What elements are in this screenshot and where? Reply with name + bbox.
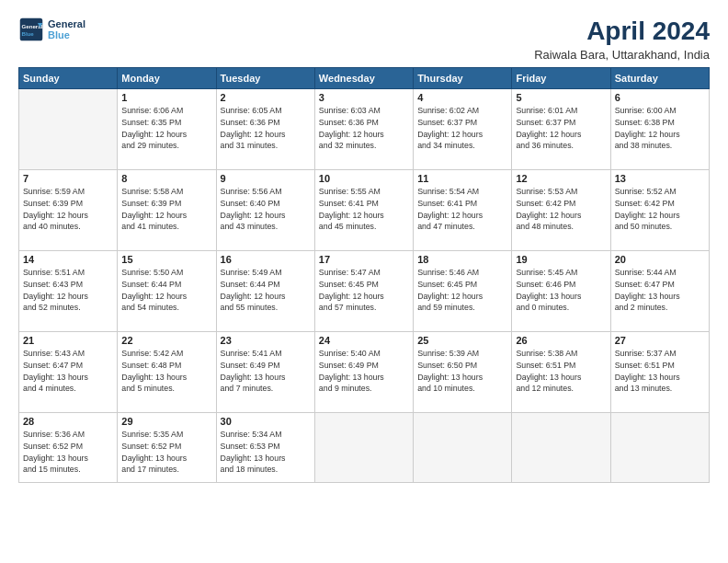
calendar-cell: 3Sunrise: 6:03 AM Sunset: 6:36 PM Daylig…: [314, 89, 413, 170]
day-number: 19: [516, 254, 606, 265]
week-row: 21Sunrise: 5:43 AM Sunset: 6:47 PM Dayli…: [19, 332, 710, 413]
calendar-cell: 23Sunrise: 5:41 AM Sunset: 6:49 PM Dayli…: [216, 332, 314, 413]
day-info: Sunrise: 5:34 AM Sunset: 6:53 PM Dayligh…: [221, 429, 311, 476]
day-number: 10: [319, 173, 409, 184]
day-number: 8: [121, 173, 211, 184]
calendar-cell: 16Sunrise: 5:49 AM Sunset: 6:44 PM Dayli…: [216, 251, 314, 332]
header: General Blue General Blue April 2024 Rai…: [18, 17, 710, 62]
day-info: Sunrise: 5:42 AM Sunset: 6:48 PM Dayligh…: [121, 348, 211, 395]
day-info: Sunrise: 5:36 AM Sunset: 6:52 PM Dayligh…: [23, 429, 113, 476]
day-number: 26: [516, 335, 606, 346]
calendar-cell: 10Sunrise: 5:55 AM Sunset: 6:41 PM Dayli…: [314, 170, 413, 251]
weekday-header: Saturday: [610, 68, 709, 89]
calendar-cell: 1Sunrise: 6:06 AM Sunset: 6:35 PM Daylig…: [118, 89, 216, 170]
calendar-cell: 29Sunrise: 5:35 AM Sunset: 6:52 PM Dayli…: [118, 413, 216, 483]
calendar-cell: [414, 413, 512, 483]
calendar-cell: 13Sunrise: 5:52 AM Sunset: 6:42 PM Dayli…: [610, 170, 709, 251]
weekday-header: Thursday: [414, 68, 512, 89]
day-info: Sunrise: 5:49 AM Sunset: 6:44 PM Dayligh…: [221, 267, 311, 314]
day-info: Sunrise: 5:35 AM Sunset: 6:52 PM Dayligh…: [121, 429, 211, 476]
weekday-header: Friday: [512, 68, 610, 89]
day-info: Sunrise: 5:50 AM Sunset: 6:44 PM Dayligh…: [121, 267, 211, 314]
svg-text:Blue: Blue: [22, 30, 35, 37]
day-info: Sunrise: 5:58 AM Sunset: 6:39 PM Dayligh…: [121, 186, 211, 233]
day-number: 13: [615, 173, 705, 184]
calendar: SundayMondayTuesdayWednesdayThursdayFrid…: [18, 67, 710, 483]
logo: General Blue General Blue: [18, 17, 85, 42]
calendar-cell: 11Sunrise: 5:54 AM Sunset: 6:41 PM Dayli…: [414, 170, 512, 251]
day-info: Sunrise: 5:44 AM Sunset: 6:47 PM Dayligh…: [615, 267, 705, 314]
day-info: Sunrise: 5:52 AM Sunset: 6:42 PM Dayligh…: [615, 186, 705, 233]
day-info: Sunrise: 6:03 AM Sunset: 6:36 PM Dayligh…: [319, 105, 409, 152]
calendar-cell: 28Sunrise: 5:36 AM Sunset: 6:52 PM Dayli…: [19, 413, 118, 483]
day-info: Sunrise: 5:47 AM Sunset: 6:45 PM Dayligh…: [319, 267, 409, 314]
day-number: 11: [417, 173, 507, 184]
day-number: 12: [516, 173, 606, 184]
day-number: 25: [417, 335, 507, 346]
calendar-cell: 6Sunrise: 6:00 AM Sunset: 6:38 PM Daylig…: [610, 89, 709, 170]
week-row: 14Sunrise: 5:51 AM Sunset: 6:43 PM Dayli…: [19, 251, 710, 332]
day-info: Sunrise: 5:38 AM Sunset: 6:51 PM Dayligh…: [516, 348, 606, 395]
page: General Blue General Blue April 2024 Rai…: [0, 0, 728, 563]
day-number: 21: [23, 335, 113, 346]
weekday-header: Monday: [118, 68, 216, 89]
calendar-cell: 2Sunrise: 6:05 AM Sunset: 6:36 PM Daylig…: [216, 89, 314, 170]
title-block: April 2024 Raiwala Bara, Uttarakhand, In…: [534, 17, 710, 62]
day-number: 9: [221, 173, 311, 184]
week-row: 1Sunrise: 6:06 AM Sunset: 6:35 PM Daylig…: [19, 89, 710, 170]
day-number: 18: [417, 254, 507, 265]
calendar-cell: 27Sunrise: 5:37 AM Sunset: 6:51 PM Dayli…: [610, 332, 709, 413]
day-number: 23: [221, 335, 311, 346]
day-info: Sunrise: 5:45 AM Sunset: 6:46 PM Dayligh…: [516, 267, 606, 314]
calendar-cell: [512, 413, 610, 483]
calendar-cell: [19, 89, 118, 170]
day-number: 29: [121, 416, 211, 427]
day-info: Sunrise: 6:01 AM Sunset: 6:37 PM Dayligh…: [516, 105, 606, 152]
day-info: Sunrise: 5:56 AM Sunset: 6:40 PM Dayligh…: [221, 186, 311, 233]
day-number: 24: [319, 335, 409, 346]
day-info: Sunrise: 5:43 AM Sunset: 6:47 PM Dayligh…: [23, 348, 113, 395]
calendar-cell: 18Sunrise: 5:46 AM Sunset: 6:45 PM Dayli…: [414, 251, 512, 332]
logo-text: General Blue: [48, 18, 85, 40]
calendar-cell: 19Sunrise: 5:45 AM Sunset: 6:46 PM Dayli…: [512, 251, 610, 332]
calendar-cell: 12Sunrise: 5:53 AM Sunset: 6:42 PM Dayli…: [512, 170, 610, 251]
calendar-cell: [610, 413, 709, 483]
day-info: Sunrise: 5:40 AM Sunset: 6:49 PM Dayligh…: [319, 348, 409, 395]
weekday-header: Sunday: [19, 68, 118, 89]
day-info: Sunrise: 5:53 AM Sunset: 6:42 PM Dayligh…: [516, 186, 606, 233]
day-number: 17: [319, 254, 409, 265]
day-info: Sunrise: 6:05 AM Sunset: 6:36 PM Dayligh…: [221, 105, 311, 152]
day-number: 30: [221, 416, 311, 427]
calendar-cell: 9Sunrise: 5:56 AM Sunset: 6:40 PM Daylig…: [216, 170, 314, 251]
day-number: 3: [319, 92, 409, 103]
day-number: 14: [23, 254, 113, 265]
calendar-cell: 22Sunrise: 5:42 AM Sunset: 6:48 PM Dayli…: [118, 332, 216, 413]
day-number: 7: [23, 173, 113, 184]
calendar-cell: 26Sunrise: 5:38 AM Sunset: 6:51 PM Dayli…: [512, 332, 610, 413]
weekday-header: Wednesday: [314, 68, 413, 89]
week-row: 7Sunrise: 5:59 AM Sunset: 6:39 PM Daylig…: [19, 170, 710, 251]
day-info: Sunrise: 5:39 AM Sunset: 6:50 PM Dayligh…: [417, 348, 507, 395]
day-info: Sunrise: 5:55 AM Sunset: 6:41 PM Dayligh…: [319, 186, 409, 233]
calendar-cell: 20Sunrise: 5:44 AM Sunset: 6:47 PM Dayli…: [610, 251, 709, 332]
location: Raiwala Bara, Uttarakhand, India: [534, 48, 710, 62]
day-number: 28: [23, 416, 113, 427]
day-number: 6: [615, 92, 705, 103]
calendar-cell: 21Sunrise: 5:43 AM Sunset: 6:47 PM Dayli…: [19, 332, 118, 413]
day-info: Sunrise: 5:37 AM Sunset: 6:51 PM Dayligh…: [615, 348, 705, 395]
calendar-cell: 17Sunrise: 5:47 AM Sunset: 6:45 PM Dayli…: [314, 251, 413, 332]
day-number: 5: [516, 92, 606, 103]
calendar-cell: 24Sunrise: 5:40 AM Sunset: 6:49 PM Dayli…: [314, 332, 413, 413]
day-info: Sunrise: 5:54 AM Sunset: 6:41 PM Dayligh…: [417, 186, 507, 233]
calendar-cell: 14Sunrise: 5:51 AM Sunset: 6:43 PM Dayli…: [19, 251, 118, 332]
day-number: 4: [417, 92, 507, 103]
calendar-cell: 30Sunrise: 5:34 AM Sunset: 6:53 PM Dayli…: [216, 413, 314, 483]
logo-icon: General Blue: [18, 17, 44, 42]
day-number: 2: [221, 92, 311, 103]
day-info: Sunrise: 5:59 AM Sunset: 6:39 PM Dayligh…: [23, 186, 113, 233]
day-info: Sunrise: 6:02 AM Sunset: 6:37 PM Dayligh…: [417, 105, 507, 152]
day-info: Sunrise: 5:46 AM Sunset: 6:45 PM Dayligh…: [417, 267, 507, 314]
day-info: Sunrise: 5:51 AM Sunset: 6:43 PM Dayligh…: [23, 267, 113, 314]
week-row: 28Sunrise: 5:36 AM Sunset: 6:52 PM Dayli…: [19, 413, 710, 483]
day-number: 1: [121, 92, 211, 103]
